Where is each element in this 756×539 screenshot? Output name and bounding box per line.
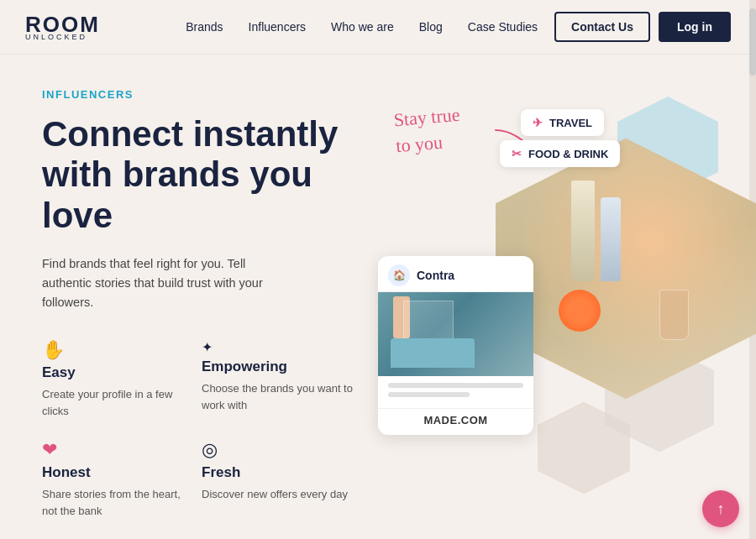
travel-icon: ✈ (533, 116, 543, 129)
placeholder-bar-2 (388, 392, 470, 397)
feature-fresh: ◎ Fresh Discover new offers every day (202, 439, 353, 519)
right-column: Stay trueto you ✈ TRAVEL ✂ FOOD & DRINK (353, 88, 731, 519)
main-content: INFLUENCERS Connect instantly with brand… (0, 55, 756, 539)
nav-item-blog[interactable]: Blog (419, 19, 443, 34)
bottle-decoration-2 (601, 197, 621, 281)
feature-honest-desc: Share stories from the heart, not the ba… (42, 486, 193, 519)
hero-title: Connect instantly with brands you love (42, 114, 353, 236)
feature-honest: ❤ Honest Share stories from the heart, n… (42, 439, 193, 519)
feature-easy: ✋ Easy Create your profile in a few clic… (42, 339, 193, 419)
tag-food-label: FOOD & DRINK (528, 148, 608, 160)
tag-travel-label: TRAVEL (549, 117, 592, 129)
feature-empowering: ✦ Empowering Choose the brands you want … (202, 339, 353, 419)
brand-card-header: 🏠 Contra (378, 256, 533, 292)
handwritten-text: Stay trueto you (392, 102, 463, 160)
nav-item-case-studies[interactable]: Case Studies (468, 19, 538, 34)
feature-honest-title: Honest (42, 464, 193, 481)
glass-decoration (659, 290, 689, 340)
features-grid: ✋ Easy Create your profile in a few clic… (42, 339, 353, 519)
tag-travel[interactable]: ✈ TRAVEL (521, 109, 604, 136)
tag-food-drink[interactable]: ✂ FOOD & DRINK (500, 140, 620, 167)
feature-easy-desc: Create your profile in a few clicks (42, 386, 193, 419)
brand-card-image (378, 292, 533, 376)
food-icon: ✂ (512, 147, 522, 160)
grapefruit-decoration (559, 290, 601, 332)
logo-sub-text: UNLOCKED (25, 34, 100, 41)
brand-card: 🏠 Contra MADE.COM (378, 256, 533, 435)
arrow-up-icon: ↑ (717, 500, 725, 518)
empowering-icon: ✦ (202, 339, 353, 355)
section-label: INFLUENCERS (42, 88, 353, 101)
drinks-hexagon (496, 139, 756, 399)
brand-card-name: Contra (417, 269, 454, 282)
brand-card-footer: MADE.COM (378, 408, 533, 435)
nav-item-influencers[interactable]: Influencers (249, 19, 306, 34)
feature-empowering-desc: Choose the brands you want to work with (202, 380, 353, 413)
feature-easy-title: Easy (42, 364, 193, 381)
easy-icon: ✋ (42, 339, 193, 361)
brand-logo-icon: 🏠 (388, 264, 410, 286)
room-sofa-decoration (391, 338, 475, 368)
nav-item-brands[interactable]: Brands (186, 19, 223, 34)
navbar: ROOM UNLOCKED Brands Influencers Who we … (0, 0, 756, 55)
feature-fresh-title: Fresh (202, 464, 353, 481)
bottle-decoration-1 (571, 181, 595, 281)
scrollbar-thumb[interactable] (749, 8, 756, 76)
left-column: INFLUENCERS Connect instantly with brand… (42, 88, 353, 519)
nav-item-who-we-are[interactable]: Who we are (331, 19, 394, 34)
logo[interactable]: ROOM UNLOCKED (25, 13, 100, 41)
honest-icon: ❤ (42, 439, 193, 461)
hero-description: Find brands that feel right for you. Tel… (42, 254, 277, 313)
brand-card-placeholder-bars (378, 376, 533, 408)
logo-room-text: ROOM (25, 13, 100, 35)
contact-button[interactable]: Contact Us (554, 12, 650, 42)
feature-fresh-desc: Discover new offers every day (202, 486, 353, 503)
placeholder-bar-1 (388, 383, 523, 388)
fresh-icon: ◎ (202, 439, 353, 461)
feature-empowering-title: Empowering (202, 358, 353, 375)
nav-links: Brands Influencers Who we are Blog Case … (186, 19, 538, 34)
login-button[interactable]: Log in (659, 12, 731, 42)
